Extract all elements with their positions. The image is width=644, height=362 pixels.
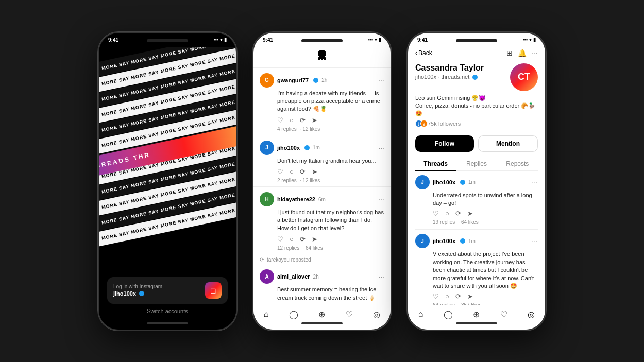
profile-posts: J jiho100x 1m ··· Underrated spots to un… [408,171,545,305]
post-content-2: Don't let my Italian grandma hear you... [277,157,384,165]
avatar-2: J [260,141,274,155]
repost-label: tarekoyou reposted [267,257,311,263]
comment-icon-1[interactable]: ○ [290,116,294,124]
post-user-row-3: H hidayathere22 6m [260,192,326,206]
comment-icon-3[interactable]: ○ [290,235,294,243]
profile-post-header-2: J jiho100x 1m ··· [415,234,538,248]
back-button[interactable]: ‹ Back [415,49,432,57]
mention-button[interactable]: Mention [478,135,538,152]
tab-threads[interactable]: Threads [415,156,456,170]
feed-post-2: J jiho100x 1m ··· Don't let my Italian g… [253,135,391,187]
post-content-4: Best summer memory = hearing the ice cre… [277,286,384,302]
followers-count: 75k followers [428,120,461,127]
like-icon-p1[interactable]: ♡ [433,210,439,217]
likes-3: · 64 likes [302,245,323,251]
repost-icon-1[interactable]: ⟳ [300,116,306,124]
follow-button[interactable]: Follow [415,135,474,152]
comment-icon-p1[interactable]: ○ [445,210,449,217]
nav-compose-icon[interactable]: ⊕ [318,309,325,319]
like-icon-2[interactable]: ♡ [277,168,283,176]
notification-header-icon[interactable]: 🔔 [518,49,527,57]
comment-icon-p2[interactable]: ○ [445,292,449,300]
status-icons-2: ▪▪▪ ▾ ▮ [368,37,381,42]
post-stats-1: 4 replies · 12 likes [277,126,384,132]
nav-profile-icon[interactable]: ◎ [373,309,380,319]
repost-icon-p2[interactable]: ⟳ [455,292,461,300]
share-icon-1[interactable]: ➤ [312,116,317,124]
likes-p1: · 64 likes [458,219,478,225]
profile-post-user-1: J jiho100x 1m [415,175,476,189]
profile-time-p1: 1m [468,179,476,185]
tab-reposts[interactable]: Reposts [497,156,538,170]
profile-bio-line1: Leo sun Gemini rising 😤😈 [415,94,538,102]
comment-icon-2[interactable]: ○ [290,168,294,176]
share-icon-3[interactable]: ➤ [312,235,317,243]
nav-home-icon[interactable]: ⌂ [264,309,269,319]
like-icon-p2[interactable]: ♡ [433,292,439,300]
post-actions-3: ♡ ○ ⟳ ➤ [277,235,384,243]
nav-profile-icon-3[interactable]: ◎ [528,309,535,319]
avatar-3: H [260,192,274,206]
username-1: gwangurl77 [277,77,309,83]
replies-1: 4 replies [277,126,297,132]
switch-accounts-link[interactable]: Switch accounts [107,308,228,314]
profile-action-buttons: Follow Mention [415,135,538,152]
instagram-header-icon[interactable]: ⊞ [506,49,513,57]
profile-content-p2: V excited about the project I've been wo… [433,250,538,290]
like-icon-1[interactable]: ♡ [277,116,283,124]
like-icon-3[interactable]: ♡ [277,235,283,243]
share-icon-p2[interactable]: ➤ [467,292,473,300]
status-icons-3: ▪▪▪ ▾ ▮ [522,37,536,42]
repost-icon-3[interactable]: ⟳ [300,235,306,243]
login-section: Log in with Instagram jiho100x ◻ Switch … [99,270,236,319]
more-btn-2[interactable]: ··· [378,144,384,152]
avatar-4: A [260,269,274,284]
chevron-left-icon: ‹ [415,49,417,57]
login-row[interactable]: Log in with Instagram jiho100x ◻ [107,277,228,304]
more-btn-1[interactable]: ··· [378,76,384,84]
profile-username-p1: jiho100x [433,179,455,185]
nav-compose-icon-3[interactable]: ⊕ [473,309,480,319]
signal-icon: ▪▪▪ [213,37,218,42]
feed-post-4: A aimi_allover 2h ··· Best summer memory… [253,264,391,304]
nav-home-icon-3[interactable]: ⌂ [418,309,423,319]
post-content-1: I'm having a debate with my friends — is… [277,90,384,113]
verified-2 [304,145,310,150]
share-icon-p1[interactable]: ➤ [467,210,473,217]
more-btn-p2[interactable]: ··· [532,237,538,245]
share-icon-2[interactable]: ➤ [312,168,317,176]
status-bar-1: 9:41 ▪▪▪ ▾ ▮ [99,33,236,45]
profile-post-user-2: J jiho100x 1m [415,234,476,248]
status-icons-1: ▪▪▪ ▾ ▮ [213,37,227,42]
profile-name: Cassandra Taylor [415,63,484,73]
more-btn-4[interactable]: ··· [378,272,384,281]
replies-p1: 19 replies [433,219,455,225]
battery-icon-2: ▮ [379,37,381,42]
nav-likes-icon-3[interactable]: ♡ [500,309,507,319]
repost-icon-p1[interactable]: ⟳ [455,210,461,217]
status-time-3: 9:41 [417,37,428,43]
more-btn-p1[interactable]: ··· [532,178,538,186]
feed-scroll: G gwangurl77 2h ··· I'm having a debate … [253,68,391,305]
avatar-1: G [260,73,274,88]
likes-1: · 12 likes [300,126,320,132]
more-btn-3[interactable]: ··· [378,195,384,203]
post-user-row-2: J jiho100x 1m [260,141,320,155]
status-bar-3: 9:41 ▪▪▪ ▾ ▮ [408,33,545,45]
profile-name-section: Cassandra Taylor jiho100x · threads.net [415,63,484,80]
username-3: hidayathere22 [277,196,315,202]
nav-likes-icon[interactable]: ♡ [346,309,353,319]
nav-search-icon[interactable]: ◯ [289,309,298,319]
post-header-3: H hidayathere22 6m ··· [260,192,384,206]
verified-profile [472,75,478,80]
tab-replies[interactable]: Replies [456,156,497,170]
feed-post-1: G gwangurl77 2h ··· I'm having a debate … [253,68,391,135]
login-user-info: Log in with Instagram jiho100x [113,284,162,297]
battery-icon: ▮ [224,37,227,42]
nav-search-icon-3[interactable]: ◯ [444,309,453,319]
repost-icon-2[interactable]: ⟳ [300,168,306,176]
more-header-icon[interactable]: ··· [532,49,538,57]
username-4: aimi_allover [277,273,310,280]
profile-content-p1: Underrated spots to unwind after a long … [433,192,538,208]
replies-3: 12 replies [277,245,299,251]
